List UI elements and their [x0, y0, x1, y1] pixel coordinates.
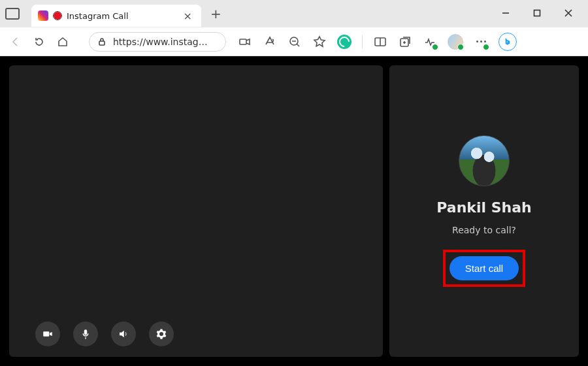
- favorite-icon[interactable]: [312, 35, 327, 49]
- tab-title: Instagram Call: [67, 11, 176, 21]
- contact-name: Pankil Shah: [436, 199, 531, 216]
- titlebar: Instagram Call × +: [0, 0, 588, 27]
- address-bar[interactable]: https://www.instag…: [89, 32, 226, 52]
- tab-actions-icon[interactable]: [5, 8, 20, 20]
- window-close-button[interactable]: [559, 8, 578, 19]
- volume-button[interactable]: [111, 322, 136, 346]
- call-prompt: Ready to call?: [452, 225, 516, 235]
- highlight-box: Start call: [443, 250, 525, 287]
- start-call-button[interactable]: Start call: [449, 256, 519, 280]
- bing-chat-icon[interactable]: [498, 33, 517, 51]
- video-toggle-button[interactable]: [35, 322, 60, 346]
- split-screen-icon[interactable]: [373, 35, 387, 49]
- home-button[interactable]: [55, 34, 71, 50]
- peer-pane: Pankil Shah Ready to call? Start call: [389, 65, 579, 357]
- window-controls: [497, 8, 583, 19]
- read-aloud-icon[interactable]: [263, 35, 277, 49]
- more-button[interactable]: [474, 35, 488, 49]
- mic-toggle-button[interactable]: [73, 322, 98, 346]
- contact-avatar: [459, 135, 510, 186]
- address-text: https://www.instag…: [113, 37, 208, 47]
- toolbar-actions: [238, 33, 517, 51]
- call-controls: [9, 322, 383, 357]
- performance-icon[interactable]: [423, 35, 437, 49]
- svg-rect-1: [99, 41, 105, 45]
- self-video-pane: [9, 65, 383, 357]
- profile-avatar[interactable]: [448, 34, 463, 50]
- back-button[interactable]: [8, 34, 24, 50]
- grammarly-icon[interactable]: [337, 35, 351, 49]
- camera-permission-icon[interactable]: [238, 35, 252, 49]
- window-minimize-button[interactable]: [497, 8, 515, 19]
- tab-strip: Instagram Call × +: [5, 1, 227, 27]
- tab-instagram-call[interactable]: Instagram Call ×: [31, 5, 201, 27]
- settings-button[interactable]: [149, 322, 174, 346]
- page-viewport: Pankil Shah Ready to call? Start call: [0, 56, 588, 366]
- instagram-icon: [38, 10, 48, 21]
- svg-rect-0: [534, 10, 540, 16]
- window-maximize-button[interactable]: [528, 8, 546, 19]
- lock-icon: [97, 37, 106, 46]
- record-icon: [54, 12, 61, 20]
- refresh-button[interactable]: [31, 34, 47, 50]
- toolbar: https://www.instag…: [0, 27, 588, 56]
- toolbar-divider: [362, 35, 363, 48]
- new-tab-button[interactable]: +: [205, 3, 227, 24]
- tab-close-button[interactable]: ×: [181, 10, 195, 22]
- collections-icon[interactable]: [398, 35, 412, 49]
- svg-rect-2: [240, 39, 246, 44]
- zoom-out-icon[interactable]: [287, 35, 302, 49]
